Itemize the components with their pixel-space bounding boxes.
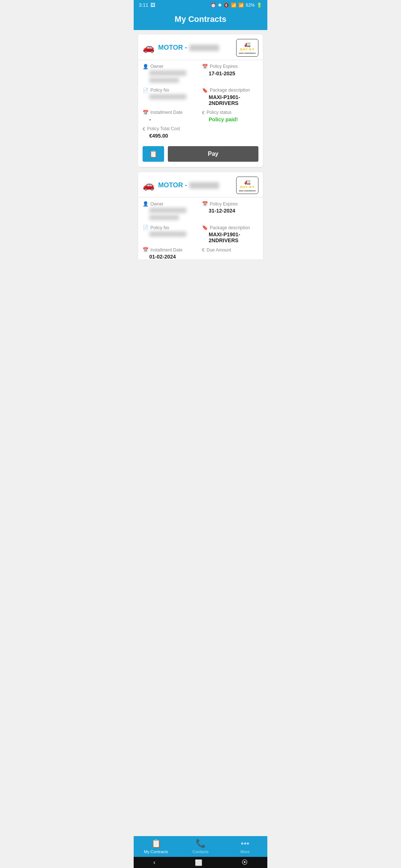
page-title: My Contracts	[140, 14, 261, 24]
owner-blurred-2b	[149, 215, 179, 220]
status-bar: 3:11 🖼 ⏰ ✱ 🔇 📶 📶 62% 🔋	[134, 0, 267, 10]
card-body-2: 👤 Owner 📅 Policy Expires 31-12-2024	[138, 197, 263, 259]
car-icon-1: 🚗	[143, 42, 154, 53]
card-grid-1: 👤 Owner 📅 Policy Expires 17-01-2025	[143, 64, 258, 139]
policy-status-value-1: Policy paid!	[202, 116, 258, 122]
euro-icon-3: €	[202, 247, 205, 253]
owner-field-1: 👤 Owner	[143, 64, 199, 84]
policyno-blurred-1	[149, 94, 186, 99]
package-desc-value-2: MAXI-P1901-2NDRIVERS	[202, 231, 258, 243]
status-time: 3:11	[139, 2, 148, 8]
card-title-1: MOTOR -	[158, 44, 219, 52]
policy-expires-value-1: 17-01-2025	[202, 70, 258, 76]
bluetooth-icon: ✱	[218, 3, 222, 8]
total-cost-field-1: € Policy Total Cost €495.00	[143, 126, 258, 139]
policy-expires-field-2: 📅 Policy Expires 31-12-2024	[202, 201, 258, 221]
contract-card-1: 🚗 MOTOR - 🚛 ΟΑΥ·ΚΥ auto assistance 👤 Own…	[138, 34, 263, 167]
installment-date-value-2: 01-02-2024	[143, 254, 199, 259]
doc-icon-1: 📄	[143, 88, 149, 93]
policy-expires-field-1: 📅 Policy Expires 17-01-2025	[202, 64, 258, 84]
pdf-button-1[interactable]: 📋	[143, 146, 164, 162]
plate-blurred-1	[189, 45, 219, 51]
wifi-icon: 📶	[231, 3, 237, 8]
policyno-blurred-2	[149, 231, 186, 237]
owner-blurred-2	[149, 208, 186, 213]
euro-icon-2: €	[143, 126, 145, 132]
calendar-icon-4: 📅	[143, 247, 149, 253]
app-header: My Contracts	[134, 10, 267, 30]
doc-icon-2: 📄	[143, 225, 149, 230]
battery-icon: 🔋	[257, 3, 262, 8]
calendar-icon-1: 📅	[202, 64, 208, 69]
policy-expires-value-2: 31-12-2024	[202, 208, 258, 214]
owner-field-2: 👤 Owner	[143, 201, 199, 221]
car-icon-2: 🚗	[143, 180, 154, 191]
bookmark-icon-2: 🔖	[202, 225, 208, 230]
due-amount-field-2: € Due Amount	[202, 247, 258, 259]
owner-blurred-1b	[149, 78, 179, 83]
status-time-area: 3:11 🖼	[139, 2, 155, 8]
person-icon: 👤	[143, 64, 149, 69]
euro-icon-1: €	[202, 110, 205, 115]
policy-status-field-1: € Policy status Policy paid!	[202, 110, 258, 122]
pdf-icon-1: 📋	[149, 150, 157, 158]
status-icons: ⏰ ✱ 🔇 📶 📶 62% 🔋	[211, 3, 262, 8]
card-body-1: 👤 Owner 📅 Policy Expires 17-01-2025	[138, 60, 263, 142]
card-actions-1: 📋 Pay	[138, 142, 263, 167]
pay-button-1[interactable]: Pay	[168, 146, 258, 162]
company-logo-2: 🚛 ΟΑΥ·ΚΥ auto assistance	[236, 177, 258, 194]
card-header-2: 🚗 MOTOR - 🚛 ΟΑΥ·ΚΥ auto assistance	[138, 172, 263, 198]
installment-date-value-1: -	[143, 116, 199, 122]
policy-no-field-2: 📄 Policy No	[143, 225, 199, 243]
card-header-1: 🚗 MOTOR - 🚛 ΟΑΥ·ΚΥ auto assistance	[138, 34, 263, 60]
main-content: 🚗 MOTOR - 🚛 ΟΑΥ·ΚΥ auto assistance 👤 Own…	[134, 30, 267, 259]
plate-blurred-2	[189, 182, 219, 189]
card-header-left-2: 🚗 MOTOR -	[143, 180, 219, 191]
package-desc-field-2: 🔖 Package description MAXI-P1901-2NDRIVE…	[202, 225, 258, 243]
card-grid-2: 👤 Owner 📅 Policy Expires 31-12-2024	[143, 201, 258, 259]
company-logo-1: 🚛 ΟΑΥ·ΚΥ auto assistance	[236, 39, 258, 57]
signal-icon: 📶	[238, 3, 244, 8]
package-desc-field-1: 🔖 Package description MAXI-P1901-2NDRIVE…	[202, 88, 258, 106]
calendar-icon-3: 📅	[202, 201, 208, 207]
owner-blurred-1	[149, 70, 186, 76]
photo-icon: 🖼	[150, 2, 155, 8]
calendar-icon-2: 📅	[143, 110, 149, 115]
bookmark-icon-1: 🔖	[202, 88, 208, 93]
package-desc-value-1: MAXI-P1901-2NDRIVERS	[202, 94, 258, 106]
card-header-left-1: 🚗 MOTOR -	[143, 42, 219, 53]
mute-icon: 🔇	[224, 3, 229, 8]
card-title-2: MOTOR -	[158, 181, 219, 189]
battery-label: 62%	[246, 3, 255, 8]
contract-card-2: 🚗 MOTOR - 🚛 ΟΑΥ·ΚΥ auto assistance 👤 Own…	[138, 172, 263, 259]
installment-date-field-1: 📅 Installment Date -	[143, 110, 199, 122]
person-icon-2: 👤	[143, 201, 149, 207]
alarm-icon: ⏰	[211, 3, 216, 8]
policy-no-field-1: 📄 Policy No	[143, 88, 199, 106]
installment-date-field-2: 📅 Installment Date 01-02-2024	[143, 247, 199, 259]
total-cost-value-1: €495.00	[143, 133, 258, 139]
